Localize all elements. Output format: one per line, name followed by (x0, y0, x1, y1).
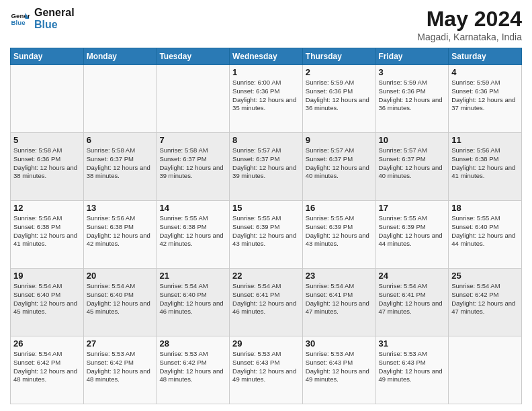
weekday-header-saturday: Saturday (449, 48, 522, 65)
day-info: Sunrise: 6:00 AM Sunset: 6:36 PM Dayligh… (232, 79, 300, 113)
calendar-cell: 14Sunrise: 5:55 AM Sunset: 6:38 PM Dayli… (157, 201, 230, 269)
day-number: 23 (306, 271, 373, 281)
calendar-cell: 20Sunrise: 5:54 AM Sunset: 6:40 PM Dayli… (83, 269, 157, 336)
calendar-cell: 1Sunrise: 6:00 AM Sunset: 6:36 PM Daylig… (230, 65, 303, 133)
day-info: Sunrise: 5:55 AM Sunset: 6:39 PM Dayligh… (232, 214, 300, 248)
day-info: Sunrise: 5:56 AM Sunset: 6:38 PM Dayligh… (13, 214, 81, 248)
title-block: May 2024 Magadi, Karnataka, India (417, 7, 522, 42)
calendar-cell: 4Sunrise: 5:59 AM Sunset: 6:36 PM Daylig… (449, 65, 522, 133)
calendar-cell: 6Sunrise: 5:58 AM Sunset: 6:37 PM Daylig… (83, 133, 157, 201)
calendar-cell: 7Sunrise: 5:58 AM Sunset: 6:37 PM Daylig… (157, 133, 230, 201)
calendar-cell: 15Sunrise: 5:55 AM Sunset: 6:39 PM Dayli… (230, 201, 303, 269)
day-info: Sunrise: 5:54 AM Sunset: 6:40 PM Dayligh… (159, 282, 226, 316)
calendar-cell: 29Sunrise: 5:53 AM Sunset: 6:43 PM Dayli… (230, 336, 303, 404)
calendar-cell: 2Sunrise: 5:59 AM Sunset: 6:36 PM Daylig… (302, 65, 375, 133)
week-row-4: 19Sunrise: 5:54 AM Sunset: 6:40 PM Dayli… (11, 269, 522, 336)
day-info: Sunrise: 5:56 AM Sunset: 6:38 PM Dayligh… (87, 214, 154, 248)
day-info: Sunrise: 5:58 AM Sunset: 6:36 PM Dayligh… (13, 146, 81, 181)
day-number: 27 (87, 338, 154, 349)
day-number: 18 (451, 203, 519, 213)
calendar-cell: 19Sunrise: 5:54 AM Sunset: 6:40 PM Dayli… (11, 269, 84, 336)
day-info: Sunrise: 5:57 AM Sunset: 6:37 PM Dayligh… (232, 146, 300, 181)
calendar-cell: 26Sunrise: 5:54 AM Sunset: 6:42 PM Dayli… (11, 336, 84, 404)
logo: General Blue General Blue (10, 7, 75, 30)
header: General Blue General Blue May 2024 Magad… (10, 7, 522, 42)
day-info: Sunrise: 5:53 AM Sunset: 6:43 PM Dayligh… (232, 350, 300, 384)
day-number: 28 (159, 338, 226, 349)
day-number: 14 (159, 203, 226, 213)
calendar-cell: 22Sunrise: 5:54 AM Sunset: 6:41 PM Dayli… (230, 269, 303, 336)
day-info: Sunrise: 5:53 AM Sunset: 6:42 PM Dayligh… (87, 350, 154, 384)
day-number: 16 (306, 203, 373, 213)
day-info: Sunrise: 5:59 AM Sunset: 6:36 PM Dayligh… (379, 79, 446, 113)
day-number: 7 (159, 135, 226, 145)
calendar-cell: 12Sunrise: 5:56 AM Sunset: 6:38 PM Dayli… (11, 201, 84, 269)
calendar-cell: 10Sunrise: 5:57 AM Sunset: 6:37 PM Dayli… (375, 133, 449, 201)
calendar-cell: 28Sunrise: 5:53 AM Sunset: 6:42 PM Dayli… (157, 336, 230, 404)
day-number: 11 (451, 135, 519, 145)
day-info: Sunrise: 5:54 AM Sunset: 6:40 PM Dayligh… (87, 282, 154, 316)
calendar-cell: 24Sunrise: 5:54 AM Sunset: 6:41 PM Dayli… (375, 269, 449, 336)
day-number: 9 (306, 135, 373, 145)
day-info: Sunrise: 5:57 AM Sunset: 6:37 PM Dayligh… (306, 146, 373, 181)
day-number: 13 (87, 203, 154, 213)
day-number: 20 (87, 271, 154, 281)
weekday-header-sunday: Sunday (11, 48, 84, 65)
day-number: 31 (379, 338, 446, 349)
day-number: 12 (13, 203, 81, 213)
calendar-table: SundayMondayTuesdayWednesdayThursdayFrid… (10, 48, 522, 404)
day-info: Sunrise: 5:59 AM Sunset: 6:36 PM Dayligh… (306, 79, 373, 113)
day-number: 8 (232, 135, 300, 145)
day-info: Sunrise: 5:53 AM Sunset: 6:43 PM Dayligh… (306, 350, 373, 384)
calendar-cell (157, 65, 230, 133)
day-number: 24 (379, 271, 446, 281)
day-number: 10 (379, 135, 446, 145)
weekday-header-row: SundayMondayTuesdayWednesdayThursdayFrid… (11, 48, 522, 65)
day-info: Sunrise: 5:57 AM Sunset: 6:37 PM Dayligh… (379, 146, 446, 181)
day-number: 30 (306, 338, 373, 349)
day-number: 29 (232, 338, 300, 349)
location: Magadi, Karnataka, India (417, 32, 522, 42)
day-info: Sunrise: 5:59 AM Sunset: 6:36 PM Dayligh… (451, 79, 519, 113)
day-number: 3 (379, 67, 446, 77)
calendar-cell: 27Sunrise: 5:53 AM Sunset: 6:42 PM Dayli… (83, 336, 157, 404)
day-info: Sunrise: 5:58 AM Sunset: 6:37 PM Dayligh… (159, 146, 226, 181)
calendar-cell: 5Sunrise: 5:58 AM Sunset: 6:36 PM Daylig… (11, 133, 84, 201)
week-row-3: 12Sunrise: 5:56 AM Sunset: 6:38 PM Dayli… (11, 201, 522, 269)
day-number: 25 (451, 271, 519, 281)
logo-general: General (34, 7, 75, 19)
month-year: May 2024 (417, 7, 522, 32)
day-info: Sunrise: 5:55 AM Sunset: 6:38 PM Dayligh… (159, 214, 226, 248)
day-number: 2 (306, 67, 373, 77)
day-number: 22 (232, 271, 300, 281)
day-number: 1 (232, 67, 300, 77)
calendar-cell: 18Sunrise: 5:55 AM Sunset: 6:40 PM Dayli… (449, 201, 522, 269)
day-info: Sunrise: 5:54 AM Sunset: 6:42 PM Dayligh… (451, 282, 519, 316)
weekday-header-wednesday: Wednesday (230, 48, 303, 65)
calendar-cell: 16Sunrise: 5:55 AM Sunset: 6:39 PM Dayli… (302, 201, 375, 269)
week-row-1: 1Sunrise: 6:00 AM Sunset: 6:36 PM Daylig… (11, 65, 522, 133)
day-info: Sunrise: 5:53 AM Sunset: 6:42 PM Dayligh… (159, 350, 226, 384)
calendar-cell (83, 65, 157, 133)
calendar-cell: 8Sunrise: 5:57 AM Sunset: 6:37 PM Daylig… (230, 133, 303, 201)
day-number: 19 (13, 271, 81, 281)
weekday-header-tuesday: Tuesday (157, 48, 230, 65)
day-info: Sunrise: 5:55 AM Sunset: 6:39 PM Dayligh… (379, 214, 446, 248)
calendar-cell (449, 336, 522, 404)
day-info: Sunrise: 5:54 AM Sunset: 6:40 PM Dayligh… (13, 282, 81, 316)
weekday-header-thursday: Thursday (302, 48, 375, 65)
day-number: 26 (13, 338, 81, 349)
day-info: Sunrise: 5:54 AM Sunset: 6:41 PM Dayligh… (306, 282, 373, 316)
svg-text:Blue: Blue (11, 19, 26, 26)
day-info: Sunrise: 5:54 AM Sunset: 6:42 PM Dayligh… (13, 350, 81, 384)
day-number: 5 (13, 135, 81, 145)
calendar-cell: 25Sunrise: 5:54 AM Sunset: 6:42 PM Dayli… (449, 269, 522, 336)
calendar-cell: 23Sunrise: 5:54 AM Sunset: 6:41 PM Dayli… (302, 269, 375, 336)
page: General Blue General Blue May 2024 Magad… (0, 0, 532, 411)
logo-icon: General Blue (10, 9, 30, 29)
calendar-cell: 30Sunrise: 5:53 AM Sunset: 6:43 PM Dayli… (302, 336, 375, 404)
day-info: Sunrise: 5:56 AM Sunset: 6:38 PM Dayligh… (451, 146, 519, 181)
calendar-cell: 3Sunrise: 5:59 AM Sunset: 6:36 PM Daylig… (375, 65, 449, 133)
calendar-cell (11, 65, 84, 133)
calendar-cell: 21Sunrise: 5:54 AM Sunset: 6:40 PM Dayli… (157, 269, 230, 336)
